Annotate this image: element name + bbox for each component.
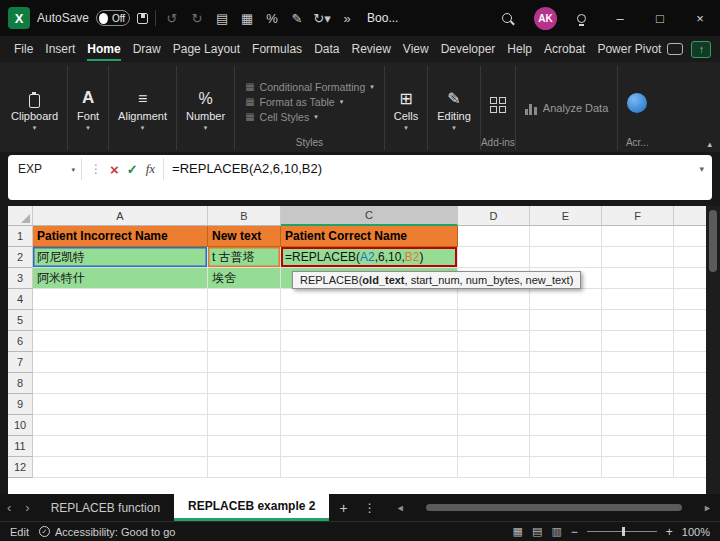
menu-item-file[interactable]: File (8, 36, 39, 62)
cell-E1[interactable] (530, 226, 602, 247)
cell-B7[interactable] (208, 352, 281, 373)
cell-D12[interactable] (458, 457, 530, 478)
ribbon-number[interactable]: % Number ▾ (177, 66, 235, 150)
insert-function-icon[interactable]: fx (146, 158, 164, 180)
cell-D8[interactable] (458, 373, 530, 394)
row-header-5[interactable]: 5 (8, 310, 33, 331)
cell-D7[interactable] (458, 352, 530, 373)
paste-icon[interactable]: ▤ (213, 11, 231, 26)
ribbon-acrobat[interactable]: Acr... (618, 66, 656, 150)
row-header-3[interactable]: 3 (8, 268, 33, 289)
minimize-button[interactable]: – (600, 0, 640, 36)
cell-F7[interactable] (602, 352, 674, 373)
row-header-4[interactable]: 4 (8, 289, 33, 310)
cell-B12[interactable] (208, 457, 281, 478)
horizontal-scrollbar-thumb[interactable] (426, 504, 682, 511)
cell-D9[interactable] (458, 394, 530, 415)
row-header-2[interactable]: 2 (8, 247, 33, 268)
row-header-12[interactable]: 12 (8, 457, 33, 478)
cell-A10[interactable] (33, 415, 208, 436)
zoom-slider[interactable] (587, 531, 657, 532)
cell-F5[interactable] (602, 310, 674, 331)
cell-A9[interactable] (33, 394, 208, 415)
cell-D5[interactable] (458, 310, 530, 331)
page-layout-view-icon[interactable]: ▤ (532, 525, 542, 538)
row-header-7[interactable]: 7 (8, 352, 33, 373)
save-icon[interactable] (137, 13, 148, 24)
cell-E12[interactable] (530, 457, 602, 478)
ribbon-alignment[interactable]: ≡ Alignment ▾ (109, 66, 177, 150)
sheet-tab-replaceb-example-2[interactable]: REPLACEB example 2 (174, 494, 329, 521)
zoom-in-icon[interactable]: + (666, 525, 673, 539)
ribbon-editing[interactable]: ✎ Editing ▾ (428, 66, 481, 150)
row-header-10[interactable]: 10 (8, 415, 33, 436)
cell-D4[interactable] (458, 289, 530, 310)
picture-icon[interactable]: ▦ (238, 11, 256, 26)
cell-D2[interactable] (458, 247, 530, 268)
cell-B4[interactable] (208, 289, 281, 310)
cell-F2[interactable] (602, 247, 674, 268)
cell-F6[interactable] (602, 331, 674, 352)
ribbon-cells[interactable]: ⊞ Cells ▾ (385, 66, 428, 150)
cell-B11[interactable] (208, 436, 281, 457)
refresh-icon[interactable]: ↻▾ (313, 11, 331, 26)
cell-E7[interactable] (530, 352, 602, 373)
column-header-b[interactable]: B (208, 206, 281, 226)
cell-E6[interactable] (530, 331, 602, 352)
sheet-options-icon[interactable]: ⋮ (358, 501, 382, 515)
cell-F11[interactable] (602, 436, 674, 457)
column-header-d[interactable]: D (458, 206, 530, 226)
cell-D11[interactable] (458, 436, 530, 457)
row-header-11[interactable]: 11 (8, 436, 33, 457)
cell-F12[interactable] (602, 457, 674, 478)
cell-B3[interactable]: 埃舍 (208, 268, 281, 289)
menu-item-page-layout[interactable]: Page Layout (167, 36, 246, 62)
row-header-8[interactable]: 8 (8, 373, 33, 394)
cell-C10[interactable] (281, 415, 458, 436)
cell-A5[interactable] (33, 310, 208, 331)
cell-E2[interactable] (530, 247, 602, 268)
next-sheet-icon[interactable]: › (18, 500, 36, 515)
collapse-ribbon-icon[interactable]: ▴ (707, 139, 712, 149)
cell-E10[interactable] (530, 415, 602, 436)
ribbon-conditional-formatting[interactable]: ▦Conditional Formatting▾ (245, 81, 374, 93)
cell-A4[interactable] (33, 289, 208, 310)
menu-item-help[interactable]: Help (501, 36, 538, 62)
cell-C12[interactable] (281, 457, 458, 478)
horizontal-scrollbar[interactable]: ◄ ► (382, 494, 720, 521)
cell-C4[interactable] (281, 289, 458, 310)
column-header-f[interactable]: F (602, 206, 674, 226)
zoom-level[interactable]: 100% (682, 526, 710, 538)
autosave-toggle[interactable]: Off (96, 10, 130, 26)
name-box[interactable]: EXP ▾ (16, 158, 82, 180)
menu-item-formulas[interactable]: Formulas (246, 36, 308, 62)
cell-D1[interactable] (458, 226, 530, 247)
cell-C1[interactable]: Patient Correct Name (281, 226, 458, 247)
menu-item-developer[interactable]: Developer (435, 36, 502, 62)
scroll-right-icon[interactable]: ► (699, 503, 716, 513)
cell-F4[interactable] (602, 289, 674, 310)
menu-item-insert[interactable]: Insert (39, 36, 81, 62)
cell-F1[interactable] (602, 226, 674, 247)
cell-A7[interactable] (33, 352, 208, 373)
share-icon[interactable]: ↑ (691, 41, 711, 58)
page-break-view-icon[interactable]: ▥ (551, 525, 561, 538)
cell-A1[interactable]: Patient Incorrect Name (33, 226, 208, 247)
close-button[interactable]: × (680, 0, 720, 36)
ribbon-analyze-data[interactable]: Analyze Data (516, 66, 618, 150)
vertical-scrollbar-thumb[interactable] (709, 210, 717, 272)
number-format-icon[interactable]: % (263, 11, 281, 26)
undo-icon[interactable]: ↺ (163, 11, 181, 26)
cell-A11[interactable] (33, 436, 208, 457)
cell-B10[interactable] (208, 415, 281, 436)
cell-E5[interactable] (530, 310, 602, 331)
maximize-button[interactable]: □ (640, 0, 680, 36)
ribbon-cell-styles[interactable]: ▦Cell Styles▾ (245, 111, 374, 123)
ribbon-addins[interactable]: Add-ins (481, 66, 516, 150)
cell-E4[interactable] (530, 289, 602, 310)
cell-C6[interactable] (281, 331, 458, 352)
menu-item-acrobat[interactable]: Acrobat (538, 36, 591, 62)
column-header-a[interactable]: A (33, 206, 208, 226)
avatar[interactable]: AK (534, 7, 557, 30)
menu-item-power-pivot[interactable]: Power Pivot (591, 36, 667, 62)
